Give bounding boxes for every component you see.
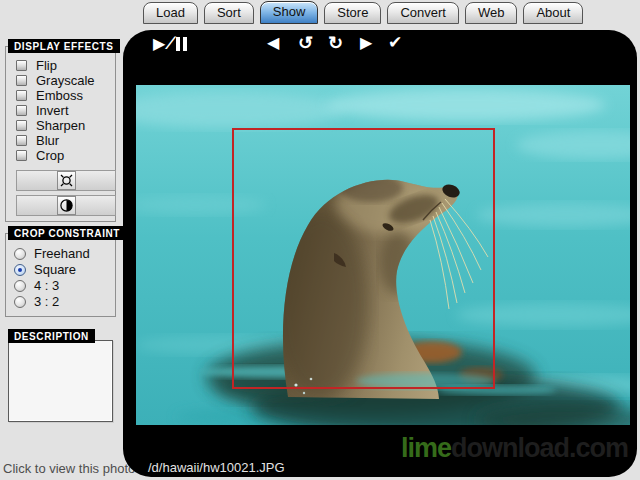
- pause-icon: [176, 37, 187, 51]
- square-label: Square: [34, 262, 76, 277]
- constraint-square[interactable]: Square: [14, 262, 76, 277]
- constraint-4-3[interactable]: 4 : 3: [14, 278, 59, 293]
- effect-invert[interactable]: Invert: [16, 103, 69, 118]
- previous-icon[interactable]: ◀: [267, 33, 279, 53]
- crop-checkbox[interactable]: [16, 150, 27, 161]
- crop-constraint-panel: Freehand Square 4 : 3 3 : 2: [5, 233, 116, 317]
- watermark-lime: lime: [401, 433, 451, 463]
- blur-checkbox[interactable]: [16, 135, 27, 146]
- freehand-radio[interactable]: [14, 248, 26, 260]
- square-radio[interactable]: [14, 264, 26, 276]
- grayscale-checkbox[interactable]: [16, 75, 27, 86]
- freehand-label: Freehand: [34, 246, 90, 261]
- tab-web[interactable]: Web: [465, 2, 518, 24]
- brightness-icon: [57, 171, 76, 190]
- contrast-button[interactable]: [16, 195, 116, 216]
- rotate-cw-icon[interactable]: ↻: [328, 33, 343, 53]
- crop-rectangle[interactable]: [232, 128, 495, 389]
- constraint-freehand[interactable]: Freehand: [14, 246, 90, 261]
- invert-label: Invert: [36, 103, 69, 118]
- accept-icon[interactable]: ✔: [388, 33, 402, 53]
- tab-sort[interactable]: Sort: [204, 2, 254, 24]
- tab-bar: Load Sort Show Store Convert Web About: [143, 2, 583, 24]
- tab-show[interactable]: Show: [260, 1, 319, 24]
- viewer-panel: ▶ ∕ ◀ ↺ ↻ ▶ ✔: [123, 30, 637, 477]
- photo[interactable]: [136, 85, 630, 425]
- blur-label: Blur: [36, 133, 59, 148]
- emboss-label: Emboss: [36, 88, 83, 103]
- effect-sharpen[interactable]: Sharpen: [16, 118, 85, 133]
- tab-convert[interactable]: Convert: [387, 2, 459, 24]
- footer-hint: Click to view this photo: [3, 461, 135, 476]
- crop-label: Crop: [36, 148, 64, 163]
- play-pause-button[interactable]: ▶ ∕: [153, 33, 187, 54]
- filename: /d/hawaii/hw10021.JPG: [148, 460, 285, 475]
- effect-emboss[interactable]: Emboss: [16, 88, 83, 103]
- effect-crop[interactable]: Crop: [16, 148, 64, 163]
- tab-load[interactable]: Load: [143, 2, 198, 24]
- watermark-rest: download.com: [451, 433, 628, 463]
- display-effects-title: DISPLAY EFFECTS: [8, 39, 120, 53]
- play-icon: ▶: [153, 34, 165, 53]
- effect-blur[interactable]: Blur: [16, 133, 59, 148]
- flip-checkbox[interactable]: [16, 60, 27, 71]
- flip-label: Flip: [36, 58, 57, 73]
- sharpen-checkbox[interactable]: [16, 120, 27, 131]
- effect-grayscale[interactable]: Grayscale: [16, 73, 95, 88]
- description-title: DESCRIPTION: [8, 329, 95, 343]
- ratio-4-3-label: 4 : 3: [34, 278, 59, 293]
- brightness-button[interactable]: [16, 170, 116, 191]
- rotate-ccw-icon[interactable]: ↺: [298, 33, 313, 53]
- crop-constraint-title: CROP CONSTRAINT: [8, 226, 126, 240]
- slash-separator: ∕: [168, 33, 174, 54]
- description-textarea[interactable]: [8, 340, 113, 422]
- watermark: limedownload.com: [401, 433, 628, 464]
- ratio-3-2-label: 3 : 2: [34, 294, 59, 309]
- invert-checkbox[interactable]: [16, 105, 27, 116]
- ratio-4-3-radio[interactable]: [14, 280, 26, 292]
- tab-store[interactable]: Store: [324, 2, 381, 24]
- display-effects-panel: Flip Grayscale Emboss Invert Sharpen Blu…: [5, 46, 116, 222]
- ratio-3-2-radio[interactable]: [14, 296, 26, 308]
- sharpen-label: Sharpen: [36, 118, 85, 133]
- contrast-icon: [57, 196, 76, 215]
- next-icon[interactable]: ▶: [360, 33, 372, 53]
- effect-flip[interactable]: Flip: [16, 58, 57, 73]
- grayscale-label: Grayscale: [36, 73, 95, 88]
- constraint-3-2[interactable]: 3 : 2: [14, 294, 59, 309]
- emboss-checkbox[interactable]: [16, 90, 27, 101]
- tab-about[interactable]: About: [523, 2, 583, 24]
